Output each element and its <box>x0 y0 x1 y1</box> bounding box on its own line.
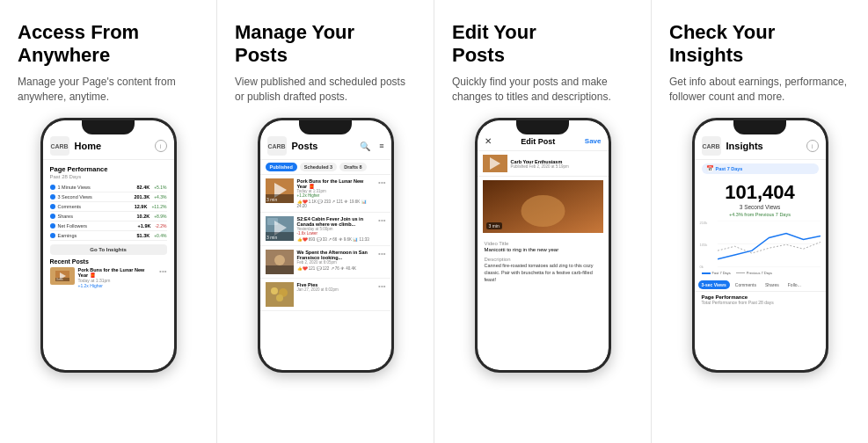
screen-posts: CARB Posts 🔍 ≡ Published Scheduled 3 Dra… <box>260 120 391 370</box>
y-label-high: 210k <box>700 221 708 225</box>
perf-subtitle: Past 28 Days <box>50 174 167 179</box>
post-item-3: We Spent the Afternoon in San Fransisco … <box>260 246 391 279</box>
y-axis: 210k 105k 0k <box>700 221 708 269</box>
column-header-edit: Edit Your Posts Quickly find your posts … <box>452 21 633 104</box>
perf-change-5: -2.2% <box>155 223 166 229</box>
close-button[interactable]: ✕ <box>485 136 492 146</box>
screen-edit: ✕ Edit Post Save Carb Your Enthusiasm Pu… <box>478 120 609 370</box>
perf-change-2: +4.3% <box>154 194 166 200</box>
date-filter[interactable]: 📅 Past 7 Days <box>702 163 819 174</box>
column-header-manage: Manage Your Posts View published and sch… <box>235 21 416 104</box>
svg-rect-15 <box>266 265 294 274</box>
post-more-4[interactable]: ••• <box>378 282 385 290</box>
edit-post-date: Published Feb 2, 2020 at 5:19pm <box>511 164 603 169</box>
legend-previous-line <box>736 272 745 273</box>
tab-followers[interactable]: Follo... <box>784 280 805 289</box>
insights-button[interactable]: Go To Insights <box>50 244 167 255</box>
description-label: Description <box>485 257 602 262</box>
post-thumb-3 <box>266 250 294 274</box>
perf-label-5: Net Followers <box>58 223 135 229</box>
phone-notch <box>82 120 135 134</box>
search-icon[interactable]: 🔍 <box>360 142 370 151</box>
svg-text:3 min: 3 min <box>266 235 277 240</box>
perf-label-1: 1 Minute Views <box>58 185 135 190</box>
phone-notch-3 <box>516 120 569 134</box>
tab-comments[interactable]: Comments <box>732 280 760 289</box>
posts-tabs: Published Scheduled 3 Drafts 8 <box>260 160 391 175</box>
posts-title: Posts <box>292 141 355 151</box>
filter-icon[interactable]: ≡ <box>379 142 383 150</box>
phone-notch-2 <box>299 120 352 134</box>
subtitle-access: Manage your Page's content from anywhere… <box>18 75 199 105</box>
post-more-3[interactable]: ••• <box>378 250 385 258</box>
post-reactions-3: 👍❤️ 121 💬 122 ↗ 76 👁 40.4K <box>297 266 376 271</box>
play-indicator: 3 min <box>486 222 502 229</box>
subtitle-insights: Get info about earnings, performance, fo… <box>669 75 850 105</box>
tab-scheduled[interactable]: Scheduled 3 <box>300 163 337 171</box>
perf-dot-4 <box>50 214 55 219</box>
edit-fields: Video Title Manicotti to ring in the new… <box>478 236 609 370</box>
perf-change-3: +11.2% <box>151 204 166 209</box>
save-button[interactable]: Save <box>585 137 602 145</box>
phone-home: CARB Home i Page Performance Past 28 Day… <box>40 118 177 373</box>
perf-row-4: Shares 10.2K +8.9% <box>50 212 167 222</box>
description-value[interactable]: Canned fire-roasted tomatoes add zing to… <box>485 263 602 283</box>
perf-label-3: Comments <box>58 204 132 209</box>
column-manage: Manage Your Posts View published and sch… <box>217 0 434 443</box>
post-more-1[interactable]: ••• <box>378 178 385 186</box>
post-item-1: 3 min Pork Buns for the Lunar New Year 🧧… <box>260 175 391 213</box>
edit-post-info: Carb Your Enthusiasm Published Feb 2, 20… <box>478 151 609 177</box>
column-header-access: Access From Anywhere Manage your Page's … <box>18 21 199 104</box>
column-access: Access From Anywhere Manage your Page's … <box>0 0 217 443</box>
post-title-3: We Spent the Afternoon in San Fransisco … <box>297 250 376 260</box>
perf-title: Page Performance <box>50 165 167 173</box>
post-title-2: S2:E4 Cabin Fever Join us in Canada wher… <box>297 216 376 227</box>
perf-label-6: Earnings <box>58 233 135 238</box>
insights-chart: 210k 105k 0k <box>700 221 821 269</box>
recent-post-info: Pork Buns for the Lunar New Year 🧧 Today… <box>78 267 157 288</box>
video-title-value[interactable]: Manicotti to ring in the new year <box>485 247 602 252</box>
recent-thumb: 3 min <box>50 267 75 285</box>
post-item-4: Five Pies Jan 27, 2020 at 6:02pm ••• <box>260 279 391 311</box>
title-insights: Check Your Insights <box>669 21 850 68</box>
post-date-3: Feb 2, 2020 at 6:05pm <box>297 260 376 265</box>
tab-shares[interactable]: Shares <box>762 280 783 289</box>
perf-row-2: 3 Second Views 201.3K +4.3% <box>50 192 167 202</box>
perf-change-6: +0.4% <box>154 233 166 238</box>
post-more-2[interactable]: ••• <box>378 216 385 224</box>
tab-3sec-views[interactable]: 3-sec Views <box>698 280 730 289</box>
post-thumb-4 <box>266 282 294 307</box>
column-header-insights: Check Your Insights Get info about earni… <box>669 21 850 104</box>
home-title: Home <box>75 141 150 151</box>
post-info-2: S2:E4 Cabin Fever Join us in Canada wher… <box>297 216 376 242</box>
more-options-icon[interactable]: ••• <box>159 267 166 275</box>
tab-drafts[interactable]: Drafts 8 <box>339 163 366 171</box>
tab-published[interactable]: Published <box>266 163 297 171</box>
phone-edit: ✕ Edit Post Save Carb Your Enthusiasm Pu… <box>475 118 611 373</box>
perf-dot-2 <box>50 194 55 200</box>
home-body: Page Performance Past 28 Days 1 Minute V… <box>43 160 174 370</box>
recent-post-stat: +1.2x Higher <box>78 283 157 288</box>
post-info-3: We Spent the Afternoon in San Fransisco … <box>297 250 376 271</box>
screen-insights: CARB Insights i 📅 Past 7 Days 101,404 3 … <box>695 120 826 370</box>
svg-point-14 <box>274 255 285 265</box>
carb-logo-4: CARB <box>702 136 721 156</box>
insights-big-label: 3 Second Views <box>695 204 826 210</box>
post-info-1: Pork Buns for the Lunar New Year 🧧 Today… <box>297 178 376 208</box>
perf-row-6: Earnings $1.3K +0.4% <box>50 231 167 241</box>
perf-value-5: +1.9K <box>138 223 151 229</box>
title-edit: Edit Your Posts <box>452 21 633 68</box>
legend-current: Fast 7 Days <box>702 271 731 275</box>
carb-logo-2: CARB <box>267 136 287 156</box>
perf-value-3: 12.9K <box>135 204 148 209</box>
legend-current-text: Fast 7 Days <box>712 271 731 275</box>
insights-title: Insights <box>726 141 801 151</box>
info-icon-4[interactable]: i <box>806 140 819 152</box>
y-label-mid: 105k <box>700 243 708 247</box>
perf-change-4: +8.9% <box>154 214 166 219</box>
perf-value-6: $1.3K <box>136 233 150 238</box>
info-icon[interactable]: i <box>155 140 167 152</box>
edit-main-image: 3 min <box>483 180 603 233</box>
post-reactions-2: 👍❤️ 693 💬 33 ↗ 66 👁 9.6K 📊 11:33 <box>297 237 376 242</box>
perf-dot-5 <box>50 223 55 229</box>
